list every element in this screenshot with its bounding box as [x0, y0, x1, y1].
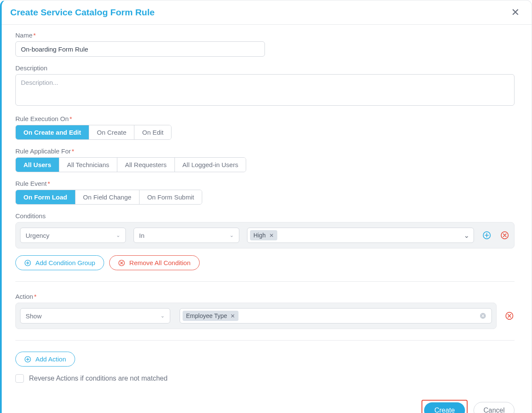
action-label: Action* — [15, 293, 515, 300]
name-label-text: Name — [15, 32, 32, 39]
event-on-form-load[interactable]: On Form Load — [16, 190, 76, 204]
create-button-highlight: Create — [422, 400, 468, 413]
action-target-select[interactable]: Employee Type ✕ — [180, 308, 492, 323]
condition-operator-value: In — [139, 232, 145, 239]
section-divider — [15, 281, 515, 282]
add-action-button[interactable]: Add Action — [15, 352, 75, 367]
action-type-select[interactable]: Show ⌄ — [20, 308, 170, 323]
applicable-all-users[interactable]: All Users — [16, 158, 59, 172]
rule-execution-group: On Create and Edit On Create On Edit — [15, 125, 172, 140]
action-target-tag-text: Employee Type — [186, 312, 227, 319]
create-form-rule-modal: Create Service Catalog Form Rule ✕ Name*… — [0, 0, 532, 413]
condition-actions-row: Add Condition Group Remove All Condition — [15, 255, 515, 270]
condition-panel: Urgency ⌄ In ⌄ High ✕ ⌄ — [15, 222, 515, 248]
tag-remove-icon[interactable]: ✕ — [230, 313, 235, 319]
action-label-text: Action — [15, 293, 33, 300]
add-condition-group-button[interactable]: Add Condition Group — [15, 255, 104, 270]
rule-applicable-label-text: Rule Applicable For — [15, 147, 71, 155]
modal-header: Create Service Catalog Form Rule ✕ — [2, 0, 532, 25]
rule-applicable-row: Rule Applicable For* All Users All Techn… — [15, 147, 515, 172]
rule-execution-row: Rule Execution On* On Create and Edit On… — [15, 115, 515, 140]
rule-exec-create[interactable]: On Create — [89, 125, 134, 139]
condition-field-value: Urgency — [26, 232, 49, 239]
required-indicator: * — [47, 180, 50, 187]
reverse-actions-checkbox[interactable] — [15, 374, 24, 383]
conditions-label: Conditions — [15, 212, 515, 219]
reverse-actions-label: Reverse Actions if conditions are not ma… — [29, 375, 168, 382]
event-on-field-change[interactable]: On Field Change — [76, 190, 140, 204]
required-indicator: * — [70, 115, 72, 122]
description-field-row: Description — [15, 64, 515, 107]
remove-all-condition-label: Remove All Condition — [129, 259, 190, 266]
action-type-value: Show — [26, 312, 42, 320]
chevron-down-icon: ⌄ — [116, 232, 120, 238]
name-input[interactable] — [15, 41, 265, 57]
rule-execution-label-text: Rule Execution On — [15, 115, 69, 122]
add-action-label: Add Action — [35, 355, 66, 363]
condition-value-tag-text: High — [253, 232, 266, 239]
clear-targets-icon[interactable] — [478, 311, 488, 321]
chevron-down-icon: ⌄ — [160, 313, 165, 319]
condition-operator-select[interactable]: In ⌄ — [134, 228, 239, 243]
name-field-row: Name* — [15, 32, 515, 57]
required-indicator: * — [72, 147, 74, 155]
chevron-down-icon: ⌄ — [230, 232, 234, 238]
remove-condition-icon[interactable] — [500, 230, 510, 240]
rule-applicable-label: Rule Applicable For* — [15, 147, 515, 155]
tag-remove-icon[interactable]: ✕ — [269, 232, 274, 239]
remove-action-icon[interactable] — [504, 311, 515, 321]
add-condition-group-label: Add Condition Group — [35, 259, 95, 266]
modal-footer: Create Cancel — [2, 397, 532, 413]
required-indicator: * — [34, 293, 37, 300]
condition-value-tag: High ✕ — [250, 230, 277, 240]
rule-exec-edit[interactable]: On Edit — [134, 125, 171, 139]
section-divider — [15, 340, 515, 341]
action-panel: Show ⌄ Employee Type ✕ — [15, 303, 497, 329]
name-label: Name* — [15, 32, 515, 39]
conditions-section: Conditions Urgency ⌄ In ⌄ High ✕ ⌄ — [15, 212, 515, 270]
add-condition-icon[interactable] — [482, 230, 492, 240]
event-on-form-submit[interactable]: On Form Submit — [140, 190, 202, 204]
action-section: Action* Show ⌄ Employee Type ✕ — [15, 293, 515, 329]
action-target-tag: Employee Type ✕ — [183, 311, 238, 321]
modal-body: Name* Description Rule Execution On* On … — [2, 25, 532, 386]
condition-value-select[interactable]: High ✕ ⌄ — [247, 228, 474, 243]
applicable-all-logged-in[interactable]: All Logged-in Users — [175, 158, 246, 172]
rule-event-label-text: Rule Event — [15, 180, 47, 187]
rule-event-label: Rule Event* — [15, 180, 515, 187]
close-icon[interactable]: ✕ — [511, 7, 520, 17]
rule-exec-create-and-edit[interactable]: On Create and Edit — [16, 125, 89, 139]
applicable-all-requesters[interactable]: All Requesters — [117, 158, 175, 172]
rule-applicable-group: All Users All Technicians All Requesters… — [15, 157, 246, 172]
reverse-actions-row: Reverse Actions if conditions are not ma… — [15, 374, 515, 383]
chevron-down-icon: ⌄ — [464, 231, 469, 240]
description-label: Description — [15, 64, 515, 72]
required-indicator: * — [33, 32, 36, 39]
create-button[interactable]: Create — [424, 402, 465, 413]
applicable-all-technicians[interactable]: All Technicians — [59, 158, 117, 172]
rule-execution-label: Rule Execution On* — [15, 115, 515, 122]
condition-field-select[interactable]: Urgency ⌄ — [20, 228, 126, 243]
rule-event-row: Rule Event* On Form Load On Field Change… — [15, 180, 515, 205]
description-textarea[interactable] — [15, 74, 515, 106]
rule-event-group: On Form Load On Field Change On Form Sub… — [15, 190, 202, 205]
remove-all-condition-button[interactable]: Remove All Condition — [109, 255, 199, 270]
cancel-button[interactable]: Cancel — [474, 402, 515, 413]
modal-title: Create Service Catalog Form Rule — [10, 7, 154, 17]
